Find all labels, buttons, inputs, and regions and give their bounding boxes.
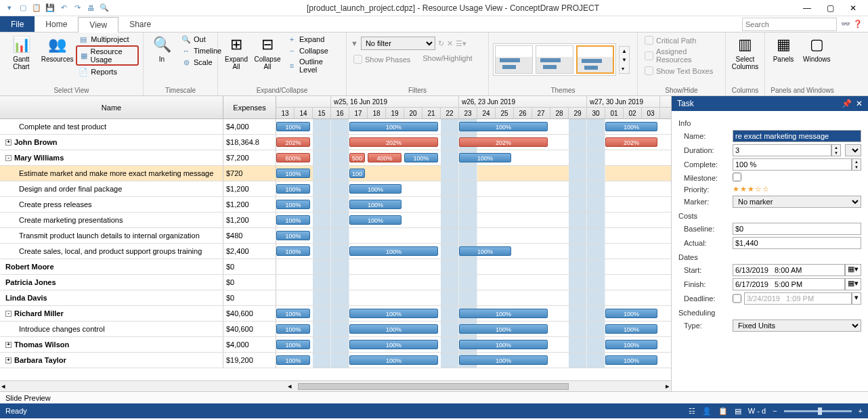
allocation-bar[interactable]: 202% xyxy=(459,137,548,147)
priority-stars[interactable]: ★★★☆☆ xyxy=(733,185,861,194)
theme-thumb-2[interactable] xyxy=(536,45,573,74)
cell-expenses[interactable]: $1,200 xyxy=(223,181,276,196)
allocation-bar[interactable]: 100% xyxy=(349,324,438,334)
allocation-bar[interactable]: 100% xyxy=(276,122,310,131)
calendar-icon[interactable]: ▦▾ xyxy=(845,264,861,276)
panels-button[interactable]: ▦ Panels xyxy=(769,34,798,64)
close-panel-icon[interactable]: ✕ xyxy=(856,99,863,108)
allocation-bar[interactable]: 100% xyxy=(349,340,438,349)
menu-view[interactable]: View xyxy=(78,17,118,32)
status-icon-4[interactable]: ▤ xyxy=(735,407,741,416)
finish-input[interactable] xyxy=(733,278,845,290)
allocation-bar[interactable]: 100% xyxy=(276,309,310,318)
cell-expenses[interactable]: $40,600 xyxy=(223,306,276,321)
theme-thumb-1[interactable] xyxy=(495,45,533,74)
table-row[interactable]: Complete and test product$4,000100%100%1… xyxy=(0,119,671,135)
allocation-bar[interactable]: 100% xyxy=(276,169,310,178)
baseline-input[interactable] xyxy=(733,223,861,235)
cell-expenses[interactable]: $0 xyxy=(223,275,276,290)
close-button[interactable]: ✕ xyxy=(848,3,859,14)
horizontal-scrollbar[interactable]: ◂ ◂ ▸ xyxy=(0,380,671,391)
qat-menu-icon[interactable]: ▾ xyxy=(4,3,15,14)
milestone-checkbox[interactable] xyxy=(733,173,741,181)
cell-expenses[interactable]: $720 xyxy=(223,166,276,181)
gantt-chart-button[interactable]: 📊 Gantt Chart xyxy=(4,34,39,72)
allocation-bar[interactable]: 100% xyxy=(276,200,310,209)
cell-name[interactable]: +Thomas Wilson xyxy=(0,337,223,352)
row-expander[interactable]: - xyxy=(5,155,12,161)
allocation-bar[interactable]: 202% xyxy=(349,137,438,147)
table-row[interactable]: Create press releases$1,200100%100% xyxy=(0,197,671,213)
allocation-bar[interactable]: 100% xyxy=(276,340,310,349)
reports-button[interactable]: 📄Reports xyxy=(76,66,139,77)
allocation-bar[interactable]: 100% xyxy=(276,215,310,225)
allocation-bar[interactable]: 100% xyxy=(459,153,511,162)
resource-usage-button[interactable]: ▦Resource Usage xyxy=(76,45,139,66)
scroll-left-icon[interactable]: ◂ xyxy=(1,382,5,391)
cell-expenses[interactable]: $1,200 xyxy=(223,197,276,212)
allocation-bar[interactable]: 100% xyxy=(459,122,548,131)
cell-name[interactable]: +John Brown xyxy=(0,135,223,150)
collapse-all-button[interactable]: ⊟ Collapse All xyxy=(253,34,282,72)
allocation-bar[interactable]: 100% xyxy=(349,246,438,256)
column-header-expenses[interactable]: Expenses xyxy=(223,96,276,118)
allocation-bar[interactable]: 100% xyxy=(459,324,548,334)
pin-icon[interactable]: 📌 xyxy=(842,99,852,108)
cell-expenses[interactable]: $4,000 xyxy=(223,337,276,352)
spin-down-icon[interactable]: ▼ xyxy=(852,164,861,170)
table-row[interactable]: Patricia Jones$0 xyxy=(0,275,671,290)
theme-down-icon[interactable]: ▼ xyxy=(620,56,629,64)
deadline-checkbox[interactable] xyxy=(733,292,741,305)
expand-all-button[interactable]: ⊞ Expand All xyxy=(222,34,251,72)
spin-up-icon[interactable]: ▲ xyxy=(852,159,861,164)
cell-expenses[interactable]: $480 xyxy=(223,228,276,243)
allocation-bar[interactable]: 100% xyxy=(404,153,438,162)
scroll-thumb[interactable] xyxy=(298,383,569,390)
table-row[interactable]: +John Brown$18,364.8202%202%202%202% xyxy=(0,135,671,150)
allocation-bar[interactable]: 202% xyxy=(276,137,310,147)
table-row[interactable]: Linda Davis$0 xyxy=(0,290,671,306)
marker-select[interactable]: No marker xyxy=(733,196,861,208)
binoculars-icon[interactable]: 👓 xyxy=(841,20,850,28)
complete-input[interactable] xyxy=(733,158,852,171)
outline-level-button[interactable]: ≡Outline Level xyxy=(284,57,345,74)
cell-name[interactable]: -Richard Miller xyxy=(0,306,223,321)
dropdown-icon[interactable]: ▾ xyxy=(852,292,861,305)
task-name-input[interactable] xyxy=(733,130,861,142)
collapse-button[interactable]: −Collapse xyxy=(284,45,345,56)
table-row[interactable]: -Richard Miller$40,600100%100%100%100% xyxy=(0,306,671,322)
zoom-slider[interactable] xyxy=(784,410,852,412)
cell-name[interactable]: Introduce changes control xyxy=(0,322,223,336)
cell-expenses[interactable]: $19,200 xyxy=(223,353,276,368)
menu-share[interactable]: Share xyxy=(118,16,162,32)
allocation-bar[interactable]: 100% xyxy=(605,122,657,131)
allocation-bar[interactable]: 100% xyxy=(605,309,657,318)
resources-button[interactable]: 👥 Resources xyxy=(41,34,74,64)
assigned-resources-check[interactable]: Assigned Resources xyxy=(642,47,721,64)
allocation-bar[interactable]: 100% xyxy=(349,184,402,194)
select-columns-button[interactable]: ▥ Select Columns xyxy=(730,34,760,72)
cell-expenses[interactable]: $18,364.8 xyxy=(223,135,276,150)
refresh-filter-icon[interactable]: ↻ xyxy=(438,39,444,48)
theme-up-icon[interactable]: ▲ xyxy=(620,47,629,56)
allocation-bar[interactable]: 100% xyxy=(459,340,548,349)
table-row[interactable]: +Barbara Taylor$19,200100%100%100%100% xyxy=(0,353,671,368)
cell-name[interactable]: +Barbara Taylor xyxy=(0,353,223,368)
save-icon[interactable]: 💾 xyxy=(45,3,56,14)
cell-expenses[interactable]: $2,400 xyxy=(223,244,276,259)
menu-home[interactable]: Home xyxy=(35,16,78,32)
scroll-right-icon[interactable]: ▸ xyxy=(666,382,670,391)
help-icon[interactable]: ❓ xyxy=(853,20,863,28)
table-row[interactable]: Create sales, local, and product support… xyxy=(0,244,671,259)
calendar-icon[interactable]: ▦▾ xyxy=(845,278,861,290)
type-select[interactable]: Fixed Units xyxy=(733,319,861,332)
status-icon-2[interactable]: 👤 xyxy=(702,407,712,416)
cell-name[interactable]: Patricia Jones xyxy=(0,275,223,290)
cell-expenses[interactable]: $7,200 xyxy=(223,150,276,165)
critical-path-check[interactable]: Critical Path xyxy=(642,35,699,45)
allocation-bar[interactable]: 100% xyxy=(276,355,310,365)
cell-name[interactable]: Robert Moore xyxy=(0,259,223,274)
allocation-bar[interactable]: 100% xyxy=(276,231,310,240)
theme-thumb-3[interactable] xyxy=(576,45,614,74)
table-row[interactable]: Introduce changes control$40,600100%100%… xyxy=(0,322,671,337)
